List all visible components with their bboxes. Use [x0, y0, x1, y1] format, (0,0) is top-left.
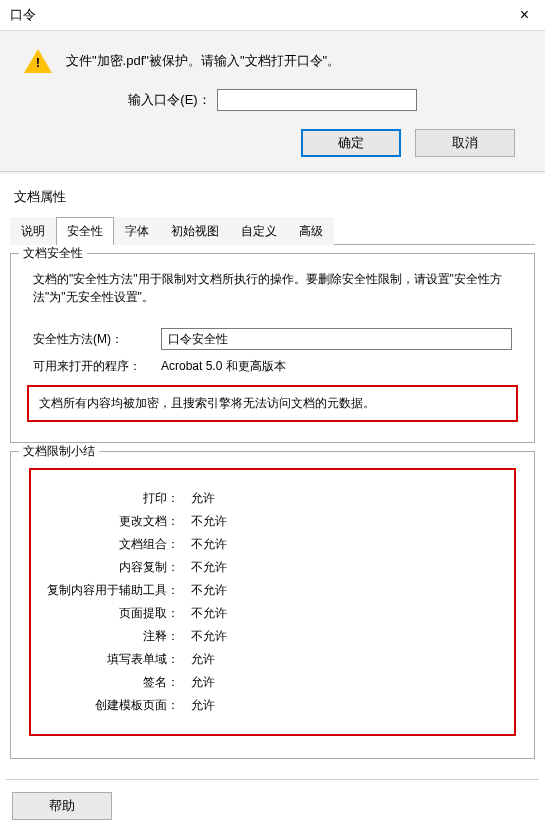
security-method-select[interactable] [161, 328, 512, 350]
tab-custom[interactable]: 自定义 [230, 217, 288, 245]
dialog-buttons: 确定 取消 [20, 129, 525, 157]
dialog-body: ! 文件"加密.pdf"被保护。请输入"文档打开口令"。 输入口令(E)： 确定… [0, 31, 545, 171]
close-icon[interactable]: × [514, 6, 535, 24]
restrict-label: 更改文档： [41, 513, 191, 530]
restrict-value: 允许 [191, 674, 215, 691]
restrict-label: 复制内容用于辅助工具： [41, 582, 191, 599]
restrict-row-sign: 签名： 允许 [41, 674, 504, 691]
restrict-row-template: 创建模板页面： 允许 [41, 697, 504, 714]
encryption-alert: 文档所有内容均被加密，且搜索引擎将无法访问文档的元数据。 [27, 385, 518, 422]
cancel-button[interactable]: 取消 [415, 129, 515, 157]
restrict-value: 允许 [191, 490, 215, 507]
dialog-message-row: ! 文件"加密.pdf"被保护。请输入"文档打开口令"。 [20, 47, 525, 75]
restrict-row-form: 填写表单域： 允许 [41, 651, 504, 668]
restrictions-legend: 文档限制小结 [19, 443, 99, 460]
restrict-row-extract: 页面提取： 不允许 [41, 605, 504, 622]
security-method-label: 安全性方法(M)： [33, 331, 153, 348]
restrict-row-change: 更改文档： 不允许 [41, 513, 504, 530]
properties-title: 文档属性 [6, 182, 539, 212]
tabs: 说明 安全性 字体 初始视图 自定义 高级 [10, 216, 535, 245]
document-properties: 文档属性 说明 安全性 字体 初始视图 自定义 高级 文档安全性 文档的"安全性… [0, 172, 545, 832]
restrict-row-comment: 注释： 不允许 [41, 628, 504, 645]
password-dialog: 口令 × ! 文件"加密.pdf"被保护。请输入"文档打开口令"。 输入口令(E… [0, 0, 545, 172]
restrict-value: 不允许 [191, 513, 227, 530]
tab-security[interactable]: 安全性 [56, 217, 114, 245]
restrict-value: 允许 [191, 651, 215, 668]
security-description: 文档的"安全性方法"用于限制对文档所执行的操作。要删除安全性限制，请设置"安全性… [23, 264, 522, 320]
restrict-label: 内容复制： [41, 559, 191, 576]
tab-description[interactable]: 说明 [10, 217, 56, 245]
restrict-value: 不允许 [191, 582, 227, 599]
help-button[interactable]: 帮助 [12, 792, 112, 820]
dialog-title: 口令 [10, 6, 36, 24]
dialog-message: 文件"加密.pdf"被保护。请输入"文档打开口令"。 [66, 52, 340, 70]
tab-advanced[interactable]: 高级 [288, 217, 334, 245]
password-input[interactable] [217, 89, 417, 111]
restrict-value: 不允许 [191, 605, 227, 622]
restrict-label: 填写表单域： [41, 651, 191, 668]
restrict-label: 页面提取： [41, 605, 191, 622]
restrict-label: 注释： [41, 628, 191, 645]
open-with-row: 可用来打开的程序： Acrobat 5.0 和更高版本 [33, 358, 512, 375]
restrict-row-print: 打印： 允许 [41, 490, 504, 507]
restrictions-fieldset: 文档限制小结 打印： 允许 更改文档： 不允许 文档组合： 不允许 内容复制： … [10, 451, 535, 759]
open-with-label: 可用来打开的程序： [33, 358, 153, 375]
password-input-row: 输入口令(E)： [20, 89, 525, 111]
tab-initial-view[interactable]: 初始视图 [160, 217, 230, 245]
restrictions-box: 打印： 允许 更改文档： 不允许 文档组合： 不允许 内容复制： 不允许 复制内… [29, 468, 516, 736]
dialog-titlebar: 口令 × [0, 0, 545, 31]
tab-fonts[interactable]: 字体 [114, 217, 160, 245]
restrict-value: 允许 [191, 697, 215, 714]
restrict-value: 不允许 [191, 559, 227, 576]
restrict-row-copy: 内容复制： 不允许 [41, 559, 504, 576]
ok-button[interactable]: 确定 [301, 129, 401, 157]
security-fieldset: 文档安全性 文档的"安全性方法"用于限制对文档所执行的操作。要删除安全性限制，请… [10, 253, 535, 443]
restrict-value: 不允许 [191, 536, 227, 553]
password-input-label: 输入口令(E)： [128, 91, 210, 109]
security-legend: 文档安全性 [19, 245, 87, 262]
warning-icon: ! [24, 47, 52, 75]
restrict-label: 文档组合： [41, 536, 191, 553]
restrict-label: 打印： [41, 490, 191, 507]
restrict-value: 不允许 [191, 628, 227, 645]
restrict-label: 创建模板页面： [41, 697, 191, 714]
restrict-row-accessibility: 复制内容用于辅助工具： 不允许 [41, 582, 504, 599]
security-method-row: 安全性方法(M)： [33, 328, 512, 350]
open-with-value: Acrobat 5.0 和更高版本 [161, 358, 286, 375]
restrict-row-assembly: 文档组合： 不允许 [41, 536, 504, 553]
restrict-label: 签名： [41, 674, 191, 691]
help-row: 帮助 [6, 779, 539, 832]
